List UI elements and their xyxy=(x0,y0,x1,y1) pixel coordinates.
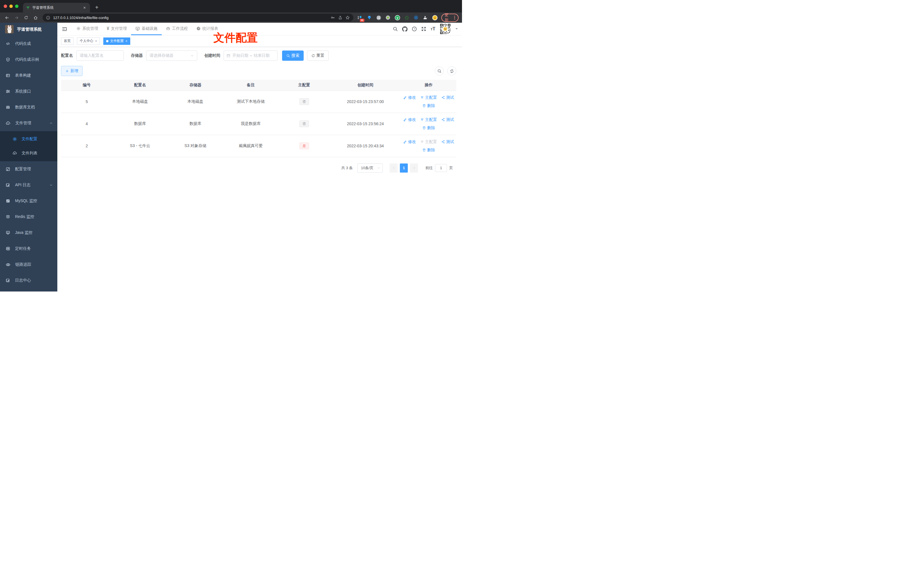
extension-star-icon[interactable] xyxy=(404,15,409,20)
back-button[interactable] xyxy=(3,14,11,21)
sidebar-item-code-generation[interactable]: 代码生成 xyxy=(0,36,57,52)
delete-action[interactable]: 删除 xyxy=(422,103,435,109)
extension-circle-icon[interactable] xyxy=(386,15,391,20)
sidebar-item-code-example[interactable]: 代码生成示例 xyxy=(0,52,57,68)
extensions-puzzle-icon[interactable] xyxy=(423,15,428,20)
new-tab-button[interactable]: + xyxy=(93,4,101,12)
edit-pencil-icon xyxy=(403,140,407,144)
sidebar-item-label: 配置管理 xyxy=(15,167,53,172)
sidebar-item-log-center[interactable]: 日志中心 xyxy=(0,273,57,288)
sidebar: 芋道管理系统 代码生成 代码生成示例 表单构建 系统接口 数据库文档 xyxy=(0,23,57,292)
browser-menu-icon[interactable] xyxy=(454,15,455,20)
next-page-button[interactable] xyxy=(410,164,418,173)
col-created: 创建时间 xyxy=(330,80,401,91)
search-icon[interactable] xyxy=(393,26,398,31)
sidebar-item-scheduled-jobs[interactable]: 定时任务 xyxy=(0,241,57,257)
sidebar-logo-row[interactable]: 芋道管理系统 xyxy=(0,23,57,36)
sidebar-item-file-management[interactable]: 文件管理 xyxy=(0,115,57,131)
avatar-caret-down-icon[interactable] xyxy=(455,28,458,30)
sidebar-item-api-log[interactable]: API 日志 xyxy=(0,177,57,193)
extension-emoji-icon[interactable] xyxy=(432,15,437,20)
storage-select[interactable]: 请选择存储器 xyxy=(146,51,197,61)
magnet-icon xyxy=(420,140,424,144)
sidebar-item-database-doc[interactable]: 数据库文档 xyxy=(0,99,57,115)
tab-payment-management[interactable]: ¥ 支付管理 xyxy=(102,23,131,35)
refresh-table-button[interactable] xyxy=(447,66,456,76)
extension-y-icon[interactable]: y xyxy=(395,15,400,20)
tab-system-management[interactable]: 系统管理 xyxy=(72,23,102,35)
page-size-select[interactable]: 10条/页 xyxy=(357,164,383,173)
chevron-up-icon xyxy=(50,122,53,125)
sidebar-item-file-config[interactable]: 文件配置 xyxy=(0,132,57,146)
date-range-picker[interactable]: 开始日期 - 结束日期 xyxy=(224,51,277,61)
tag-profile[interactable]: 个人中心 × xyxy=(77,38,100,45)
delete-action[interactable]: 删除 xyxy=(422,126,435,130)
extension-diamond-icon[interactable]: 11 xyxy=(358,15,362,20)
test-action[interactable]: 测试 xyxy=(441,95,454,100)
config-name-input[interactable]: 请输入配置名 xyxy=(76,51,124,61)
zoom-window-button[interactable] xyxy=(15,5,18,8)
edit-action[interactable]: 修改 xyxy=(403,117,416,122)
browser-tab[interactable]: 芋道管理系统 × xyxy=(23,3,90,13)
search-icon xyxy=(286,54,290,58)
add-button[interactable]: 新增 xyxy=(61,66,82,76)
sidebar-item-system-api[interactable]: 系统接口 xyxy=(0,83,57,99)
home-button[interactable] xyxy=(32,14,40,21)
goto-page-input[interactable] xyxy=(435,164,447,172)
extension-command-icon[interactable] xyxy=(376,15,381,20)
start-date-placeholder: 开始日期 xyxy=(233,53,248,58)
site-info-icon[interactable] xyxy=(46,16,50,20)
close-window-button[interactable] xyxy=(4,5,7,8)
extension-gem-icon[interactable] xyxy=(367,15,372,20)
master-config-action[interactable]: 主配置 xyxy=(420,117,437,122)
col-id: 编号 xyxy=(61,80,112,91)
master-config-action-disabled[interactable]: 主配置 xyxy=(420,139,437,144)
tab-close-icon[interactable]: × xyxy=(82,5,87,10)
timer-icon xyxy=(6,246,10,251)
reset-button[interactable]: 重置 xyxy=(307,51,328,61)
edit-action[interactable]: 修改 xyxy=(403,139,416,144)
fullscreen-icon[interactable] xyxy=(421,26,426,31)
share-icon[interactable] xyxy=(338,15,343,20)
search-button[interactable]: 搜索 xyxy=(282,51,304,61)
master-config-action[interactable]: 主配置 xyxy=(420,95,437,100)
tab-workflow[interactable]: 工作流程 xyxy=(162,23,192,35)
sidebar-item-redis-monitor[interactable]: Redis 监控 xyxy=(0,209,57,225)
sidebar-item-file-list[interactable]: 文件列表 xyxy=(0,146,57,160)
tag-home[interactable]: 首页 xyxy=(61,38,74,45)
delete-action[interactable]: 删除 xyxy=(422,148,435,153)
url-text[interactable]: 127.0.0.1:1024/infra/file/file-config xyxy=(53,16,327,20)
sidebar-item-mysql-monitor[interactable]: MySQL 监控 xyxy=(0,193,57,209)
tag-close-icon[interactable]: × xyxy=(125,39,127,43)
sidebar-item-config-management[interactable]: 配置管理 xyxy=(0,161,57,177)
tag-file-config[interactable]: 文件配置 × xyxy=(103,38,130,45)
sidebar-item-java-monitor[interactable]: Java 监控 xyxy=(0,225,57,241)
bookmark-star-icon[interactable] xyxy=(345,15,350,20)
briefcase-icon xyxy=(166,26,170,31)
toggle-search-button[interactable] xyxy=(435,66,444,76)
sidebar-item-label: API 日志 xyxy=(15,183,45,188)
address-bar[interactable]: 127.0.0.1:1024/infra/file/file-config xyxy=(43,13,353,21)
tab-infrastructure[interactable]: 基础设施 xyxy=(131,23,162,35)
edit-action[interactable]: 修改 xyxy=(403,95,416,100)
sidebar-collapse-button[interactable] xyxy=(60,25,69,33)
minimize-window-button[interactable] xyxy=(9,5,13,8)
help-icon[interactable]: ? xyxy=(412,26,417,31)
reload-button[interactable] xyxy=(22,14,30,21)
test-action[interactable]: 测试 xyxy=(441,117,454,122)
extension-rings-icon[interactable] xyxy=(414,15,419,20)
test-action[interactable]: 测试 xyxy=(441,139,454,144)
github-icon[interactable] xyxy=(402,26,408,32)
gauge-icon xyxy=(196,26,201,31)
tag-close-icon[interactable]: × xyxy=(95,39,97,43)
prev-page-button[interactable] xyxy=(389,164,398,173)
browser-update-button[interactable]: 更新 xyxy=(441,13,459,22)
forward-button[interactable] xyxy=(13,14,20,21)
sidebar-item-form-builder[interactable]: 表单构建 xyxy=(0,68,57,83)
current-page-button[interactable]: 1 xyxy=(400,164,408,173)
gear-icon xyxy=(76,26,81,31)
avatar[interactable] xyxy=(440,23,451,35)
sidebar-item-tracing[interactable]: 链路追踪 xyxy=(0,257,57,273)
font-size-icon[interactable]: TT xyxy=(431,26,435,31)
password-key-icon[interactable] xyxy=(331,15,335,20)
